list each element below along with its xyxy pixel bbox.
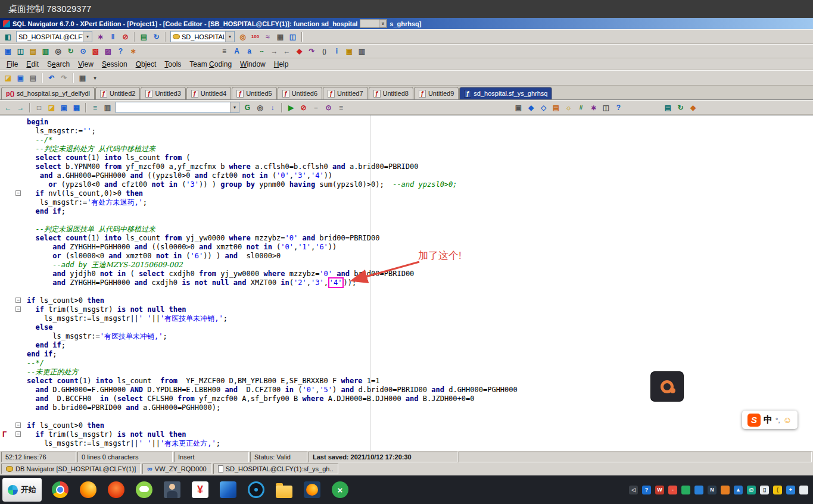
ime-language-indicator[interactable]: 中 [764, 414, 772, 425]
panel-view[interactable]: ∞VW_ZY_RQD000 [142, 464, 211, 474]
save-doc-icon[interactable]: ▣ [58, 102, 70, 113]
blue-tray-icon[interactable] [694, 486, 703, 494]
new-doc-icon[interactable]: □ [33, 102, 45, 113]
find-icon[interactable]: ◎ [52, 46, 64, 57]
ime-punctuation-indicator[interactable]: °, [775, 417, 780, 424]
menu-tools[interactable]: Tools [160, 59, 185, 70]
goto-line-icon[interactable]: G [242, 102, 253, 113]
uppercase-icon[interactable]: A [231, 46, 242, 57]
panel-doc[interactable]: SD_HOSPITAL@CLFY(1):sf_ys_gh.. [213, 464, 338, 474]
open-doc-icon[interactable]: ◪ [46, 102, 57, 113]
brackets-icon[interactable]: () [319, 46, 330, 57]
menu-session[interactable]: Session [98, 59, 132, 70]
bracket-tray-icon[interactable]: ( [773, 486, 782, 494]
hint-icon[interactable]: ☼ [563, 102, 574, 113]
flame-tray-icon[interactable] [721, 486, 730, 494]
chrome-icon[interactable] [49, 478, 71, 501]
comment-toggle-icon[interactable]: -- [310, 102, 322, 113]
session-options-icon[interactable]: ∗ [95, 31, 106, 42]
chat-app-icon[interactable] [133, 478, 155, 501]
word-tray-icon[interactable]: W [655, 486, 664, 494]
print-icon[interactable]: ▤ [27, 73, 39, 84]
open-file-icon[interactable]: ◪ [2, 73, 14, 84]
panel-db[interactable]: DB Navigator [SD_HOSPITAL@CLFY(1)] [1, 464, 141, 474]
blue-app-icon[interactable] [217, 478, 239, 501]
clipboard-icon[interactable]: ▥ [356, 46, 367, 57]
tab-Untitled6[interactable]: ƒUntitled6 [278, 87, 322, 99]
compare-icon[interactable]: ◫ [600, 102, 612, 113]
history-icon[interactable]: ⊙ [77, 46, 89, 57]
white-tray-icon[interactable] [799, 486, 808, 494]
find-text-icon[interactable]: ◎ [254, 102, 266, 113]
tab-Untitled9[interactable]: ƒUntitled9 [414, 87, 459, 99]
save-file-icon[interactable]: ▣ [15, 73, 26, 84]
menu-window[interactable]: Window [236, 59, 270, 70]
tab-Untitled3[interactable]: ƒUntitled3 [141, 87, 185, 99]
swirl-tray-icon[interactable]: @ [747, 486, 756, 494]
grid-view-icon[interactable]: ▦ [77, 73, 88, 84]
code-editor[interactable]: begin ls_msgstr:=''; --/* --判定未退药处方 从代码中… [0, 115, 813, 451]
open-object-icon[interactable]: ◫ [15, 46, 26, 57]
plus-tray-icon[interactable]: + [786, 486, 795, 494]
dropdown-arrow-icon[interactable]: ▾ [230, 102, 239, 112]
lock-block-icon[interactable]: ◆ [525, 102, 537, 113]
menu-team-coding[interactable]: Team Coding [185, 59, 236, 70]
firefox-icon[interactable] [77, 478, 99, 501]
refresh-icon[interactable]: ↻ [151, 31, 162, 42]
lock-icon[interactable]: ▣ [344, 46, 355, 57]
back-icon[interactable]: ← [2, 102, 14, 113]
tab-Untitled7[interactable]: ƒUntitled7 [323, 87, 367, 99]
snippet-icon[interactable]: ▤ [550, 102, 562, 113]
green-x-app-icon[interactable]: × [329, 478, 351, 501]
pause-icon[interactable]: ‖ [107, 31, 119, 42]
help-tray-icon[interactable]: ? [642, 486, 651, 494]
substitution-icon[interactable]: ≈ [262, 31, 273, 42]
halt-icon[interactable]: ⊘ [298, 102, 309, 113]
avatar-app-icon[interactable] [161, 478, 183, 501]
unlock-block-icon[interactable]: ◇ [538, 102, 549, 113]
dark-tray-icon[interactable]: N [708, 486, 717, 494]
fold-collapse-icon[interactable]: − [15, 190, 21, 196]
comment-lines-icon[interactable]: -- [256, 46, 267, 57]
menu-search[interactable]: Search [43, 59, 74, 70]
fold-collapse-icon[interactable]: − [15, 298, 21, 303]
fold-collapse-icon[interactable]: − [15, 306, 21, 312]
options-icon[interactable]: ∗ [127, 46, 139, 57]
doc-comment-icon[interactable]: // [575, 102, 587, 113]
stop-tray-icon[interactable]: - [668, 486, 677, 494]
fold-collapse-icon[interactable]: − [15, 431, 21, 437]
outdent-icon[interactable]: ← [281, 46, 292, 57]
info-icon[interactable]: i [331, 46, 342, 57]
sogou-logo-icon[interactable]: S [747, 414, 761, 427]
describe-icon[interactable]: ▤ [138, 31, 149, 42]
menu-edit[interactable]: Edit [22, 59, 43, 70]
tab-Untitled2[interactable]: ƒUntitled2 [95, 87, 140, 99]
undo-icon[interactable]: ↶ [46, 73, 57, 84]
tab-Untitled8[interactable]: ƒUntitled8 [369, 87, 413, 99]
goto-icon[interactable]: ↷ [306, 46, 317, 57]
connect-session-icon[interactable]: ◧ [2, 31, 14, 42]
dropdown-arrow-icon[interactable]: ▾ [225, 32, 234, 42]
opera-icon[interactable] [105, 478, 127, 501]
indent-icon[interactable]: → [269, 46, 280, 57]
tab-Untitled4[interactable]: ƒUntitled4 [186, 87, 231, 99]
connection-combo[interactable]: SD_HOSPITAL@CLFY(1)▾ [16, 31, 92, 42]
folder-app-icon[interactable] [273, 478, 295, 501]
compass-app-icon[interactable] [245, 478, 267, 501]
find-next-icon[interactable]: ↓ [267, 102, 278, 113]
new-session-icon[interactable]: ▣ [2, 46, 14, 57]
help-icon[interactable]: ? [115, 46, 126, 57]
menu-help[interactable]: Help [270, 59, 293, 70]
tag-icon[interactable]: ◆ [687, 102, 699, 113]
fetch-100-icon[interactable]: 100 [250, 31, 261, 42]
stop-icon[interactable]: ⊘ [120, 31, 131, 42]
tab-sd_hospital.sf_ys_ghrhsq[interactable]: ƒsd_hospital.sf_ys_ghrhsq [459, 87, 552, 99]
format-code-icon[interactable]: ≡ [219, 46, 230, 57]
list-icon[interactable]: ≡ [335, 102, 347, 113]
find-objects-icon[interactable]: ◎ [237, 31, 248, 42]
shield-tray-icon[interactable]: ▲ [734, 486, 743, 494]
schema-browser-icon[interactable]: ▥ [40, 46, 51, 57]
notebook-icon[interactable]: ▤ [662, 102, 674, 113]
start-button[interactable]: 开始 [2, 478, 42, 502]
title-dropdown[interactable]: ∨ [360, 19, 387, 28]
